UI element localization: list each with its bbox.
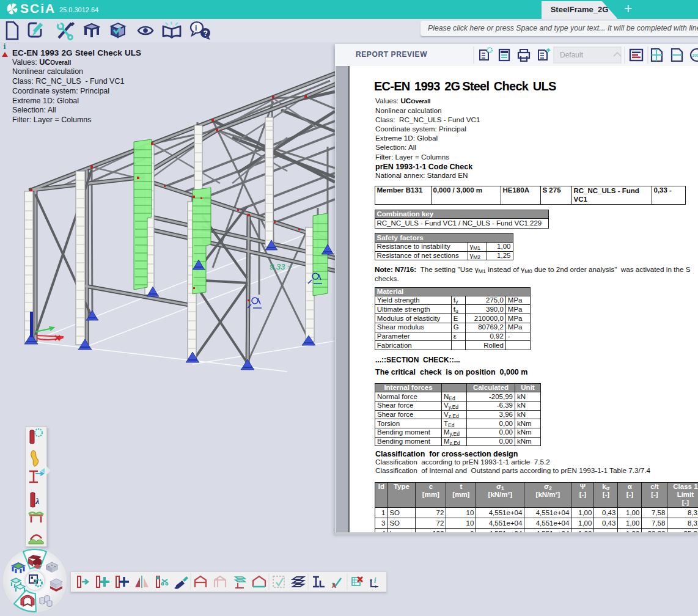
- svg-text:i: i: [374, 576, 377, 585]
- svg-text:?: ?: [204, 29, 208, 38]
- svg-text:Default: Default: [560, 51, 584, 59]
- svg-text:λ: λ: [35, 496, 40, 506]
- svg-text:100: 100: [692, 53, 698, 57]
- svg-text:A: A: [332, 582, 336, 589]
- svg-text:i: i: [195, 24, 197, 32]
- svg-text:9,33 ~: 9,33 ~: [270, 262, 292, 271]
